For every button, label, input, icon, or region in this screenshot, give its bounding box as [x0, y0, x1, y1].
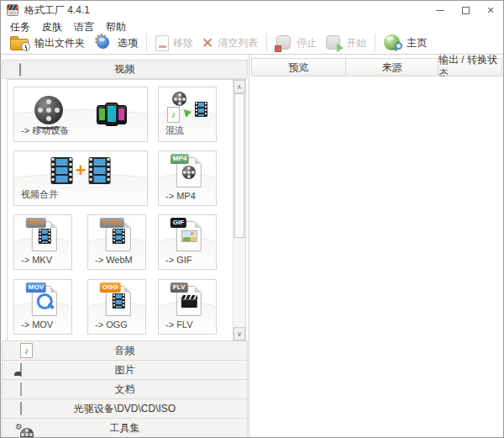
gif-file-icon: GIF [176, 221, 202, 251]
quicktime-icon [36, 293, 52, 309]
document-icon [20, 383, 22, 395]
app-icon [7, 4, 18, 16]
webm-file-icon: webm [106, 221, 131, 251]
section-audio[interactable]: 音频 [2, 340, 248, 361]
section-document[interactable]: 文档 [2, 379, 248, 399]
minimize-icon [436, 10, 444, 11]
mp4-file-icon: MP4 [176, 157, 202, 187]
plus-icon [76, 161, 87, 180]
stop-icon [276, 34, 292, 51]
video-item-gif[interactable]: GIF -> GIF [158, 214, 217, 270]
close-button[interactable] [478, 1, 503, 19]
toolbar-separator [266, 34, 267, 52]
options-button[interactable]: 选项 [89, 32, 142, 54]
clear-list-button[interactable]: 清空列表 [197, 34, 262, 52]
video-format-grid: -> 移动设备 混流 视频合并 [7, 79, 246, 341]
ogg-file-icon: OGG [106, 286, 131, 316]
section-optical-dvd-cd-iso[interactable]: 光驱设备\DVD\CD\ISO [2, 398, 248, 419]
video-item-mkv[interactable]: MKV -> MKV [13, 214, 72, 270]
window-title: 格式工厂 4.4.1 [24, 3, 90, 18]
flv-file-icon: FLV [176, 286, 202, 316]
column-source[interactable]: 来源 [346, 59, 438, 76]
stop-button[interactable]: 停止 [271, 33, 321, 53]
minimize-button[interactable] [428, 1, 453, 19]
scroll-up-button[interactable] [234, 80, 245, 93]
close-icon [486, 6, 494, 15]
start-icon [325, 34, 342, 51]
remove-button[interactable]: 移除 [151, 34, 197, 53]
video-item-webm[interactable]: webm -> WebM [87, 214, 146, 270]
picture-icon [20, 364, 22, 376]
toolbar-separator [375, 34, 375, 52]
video-item-mp4[interactable]: MP4 -> MP4 [158, 150, 217, 206]
video-item-mux[interactable]: 混流 [158, 87, 217, 142]
section-toolset[interactable]: 工具集 [2, 418, 248, 438]
task-list-body[interactable] [251, 77, 502, 437]
video-item-mov[interactable]: MOV -> MOV [13, 279, 72, 335]
format-sidebar: 视频 -> 移动设备 混流 [1, 55, 249, 437]
title-bar: 格式工厂 4.4.1 [1, 1, 503, 19]
scroll-down-button[interactable] [234, 327, 245, 340]
task-list-header: 预览 来源 输出 / 转换状态 [251, 58, 502, 77]
video-item-flv[interactable]: FLV -> FLV [158, 279, 217, 335]
app-window: 格式工厂 4.4.1 任务 皮肤 语言 帮助 输出文件夹 选项 移除 清空列表 [0, 0, 504, 438]
disc-drive-icon [20, 403, 22, 414]
category-list: 音频 图片 文档 光驱设备\DVD\CD\ISO 工具集 [2, 341, 248, 438]
section-video[interactable]: 视频 [2, 60, 248, 79]
task-list-panel: 预览 来源 输出 / 转换状态 [249, 55, 503, 437]
video-join-icon [51, 157, 111, 184]
scrollbar-thumb[interactable] [234, 93, 244, 238]
video-item-mobile-device[interactable]: -> 移动设备 [13, 87, 148, 142]
mkv-file-icon: MKV [32, 221, 57, 251]
home-button[interactable]: 主页 [380, 33, 431, 53]
video-item-ogg[interactable]: OGG -> OGG [87, 279, 146, 335]
toolbar: 输出文件夹 选项 移除 清空列表 停止 开始 主页 [1, 32, 503, 54]
clear-list-icon [202, 36, 213, 50]
window-controls [428, 1, 503, 19]
mov-file-icon: MOV [32, 286, 57, 316]
start-button[interactable]: 开始 [321, 33, 370, 53]
video-clapperboard-icon [19, 64, 21, 76]
section-picture[interactable]: 图片 [2, 360, 248, 380]
toolbar-separator [146, 34, 147, 52]
menu-bar: 任务 皮肤 语言 帮助 [1, 19, 503, 32]
column-preview[interactable]: 预览 [252, 59, 346, 76]
gear-icon [93, 34, 113, 52]
chevron-down-icon [237, 330, 242, 338]
globe-home-icon [384, 34, 402, 51]
remove-icon [155, 35, 169, 51]
audio-note-icon [20, 343, 33, 358]
maximize-icon [462, 7, 470, 14]
menu-skin[interactable]: 皮肤 [36, 19, 68, 32]
video-item-join[interactable]: 视频合并 [13, 150, 148, 206]
menu-task[interactable]: 任务 [4, 19, 36, 32]
output-folder-button[interactable]: 输出文件夹 [6, 34, 89, 52]
folder-clock-icon [10, 36, 30, 50]
column-output-state[interactable]: 输出 / 转换状态 [438, 59, 501, 76]
video-grid-scrollbar[interactable] [233, 80, 245, 340]
maximize-button[interactable] [453, 1, 478, 19]
chevron-up-icon [237, 83, 242, 91]
